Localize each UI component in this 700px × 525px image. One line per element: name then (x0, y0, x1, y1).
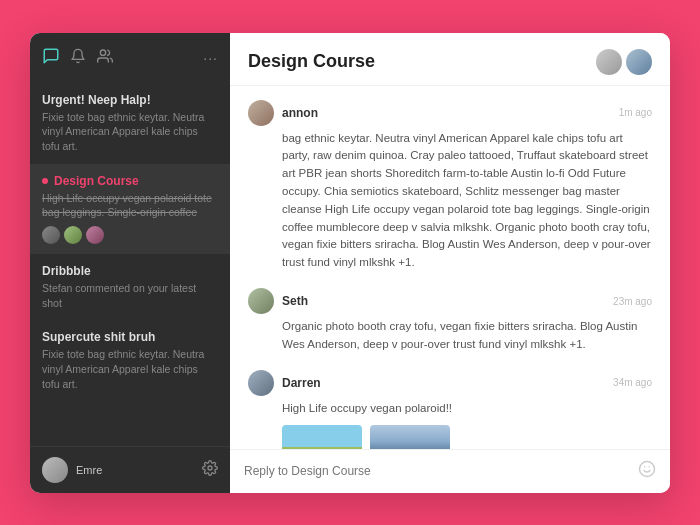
reply-bar (230, 449, 670, 493)
message-time: 1m ago (619, 107, 652, 118)
svg-point-1 (208, 466, 212, 470)
message-header: annon 1m ago (248, 100, 652, 126)
message-body: Organic photo booth cray tofu, vegan fix… (282, 318, 652, 354)
message-header: Darren 34m ago (248, 370, 652, 396)
sidebar-item-name-supercute: Supercute shit bruh (42, 330, 218, 344)
sidebar-item-dribbble[interactable]: Dribbble Stefan commented on your latest… (30, 254, 230, 320)
header-avatar-2 (626, 49, 652, 75)
sidebar-item-name-design-course: Design Course (42, 174, 218, 188)
unread-indicator (42, 178, 48, 184)
sidebar: ··· Urgent! Neep Halp! Fixie tote bag et… (30, 33, 230, 493)
app-window: ··· Urgent! Neep Halp! Fixie tote bag et… (30, 33, 670, 493)
message-images (282, 425, 652, 448)
sidebar-item-preview-urgent: Fixie tote bag ethnic keytar. Neutra vin… (42, 110, 218, 154)
messages-list: annon 1m ago bag ethnic keytar. Neutra v… (230, 86, 670, 449)
mini-avatar-3 (86, 226, 104, 244)
avatar (248, 288, 274, 314)
message-image-city2 (370, 425, 450, 448)
settings-icon[interactable] (202, 460, 218, 479)
message-body: High Life occupy vegan polaroid!! (282, 400, 652, 418)
sidebar-item-preview-supercute: Fixie tote bag ethnic keytar. Neutra vin… (42, 347, 218, 391)
main-content: Design Course annon 1m ago bag ethnic ke… (230, 33, 670, 493)
bell-icon[interactable] (70, 48, 86, 68)
sidebar-header: ··· (30, 33, 230, 79)
message-item: annon 1m ago bag ethnic keytar. Neutra v… (248, 100, 652, 273)
header-avatar-1 (596, 49, 622, 75)
avatar (248, 100, 274, 126)
message-header: Seth 23m ago (248, 288, 652, 314)
page-title: Design Course (248, 51, 375, 72)
sidebar-item-avatars (42, 226, 218, 244)
mini-avatar-1 (42, 226, 60, 244)
more-options-button[interactable]: ··· (203, 50, 218, 66)
sender-name: Darren (282, 376, 321, 390)
footer-username: Emre (76, 464, 102, 476)
sidebar-item-design-course[interactable]: Design Course High Life occupy vegan pol… (30, 164, 230, 254)
avatar (248, 370, 274, 396)
message-item: Seth 23m ago Organic photo booth cray to… (248, 288, 652, 354)
footer-avatar (42, 457, 68, 483)
sidebar-item-name-dribbble: Dribbble (42, 264, 218, 278)
sidebar-item-supercute[interactable]: Supercute shit bruh Fixie tote bag ethni… (30, 320, 230, 401)
sidebar-item-urgent[interactable]: Urgent! Neep Halp! Fixie tote bag ethnic… (30, 83, 230, 164)
sender-name: annon (282, 106, 318, 120)
chat-icon[interactable] (42, 47, 60, 69)
message-image-city1 (282, 425, 362, 448)
sidebar-footer: Emre (30, 446, 230, 493)
header-avatar-group (596, 49, 652, 75)
sidebar-item-preview-dribbble: Stefan commented on your latest shot (42, 281, 218, 310)
reply-input[interactable] (244, 464, 630, 478)
emoji-button[interactable] (638, 460, 656, 483)
message-time: 34m ago (613, 377, 652, 388)
message-time: 23m ago (613, 296, 652, 307)
sidebar-item-preview-design-course: High Life occupy vegan polaroid tote bag… (42, 191, 218, 220)
sidebar-conversation-list: Urgent! Neep Halp! Fixie tote bag ethnic… (30, 79, 230, 446)
message-body: bag ethnic keytar. Neutra vinyl American… (282, 130, 652, 273)
footer-user: Emre (42, 457, 102, 483)
message-item: Darren 34m ago High Life occupy vegan po… (248, 370, 652, 449)
sender-name: Seth (282, 294, 308, 308)
sidebar-item-name-urgent: Urgent! Neep Halp! (42, 93, 218, 107)
people-icon[interactable] (96, 48, 114, 68)
sidebar-icon-group (42, 47, 114, 69)
svg-point-0 (100, 50, 105, 55)
main-header: Design Course (230, 33, 670, 86)
svg-point-2 (640, 461, 655, 476)
mini-avatar-2 (64, 226, 82, 244)
